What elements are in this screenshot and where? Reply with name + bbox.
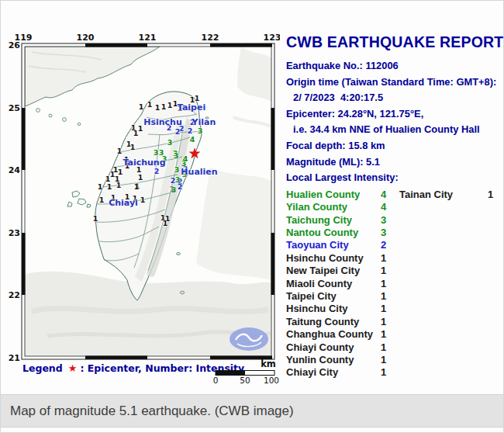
intensity-row: Miaoli County1 <box>286 278 502 290</box>
legend-label: Legend <box>22 362 63 374</box>
intensity-row: Nantou County3 <box>286 227 502 239</box>
intensity-region-name-2 <box>399 201 488 213</box>
map-terrain <box>25 47 271 356</box>
axis-tick-left: 26 <box>9 40 21 50</box>
intensity-region-name-2 <box>399 265 488 277</box>
axis-tick-left: 21 <box>9 353 20 363</box>
intensity-number: 1 <box>138 124 143 133</box>
intensity-region-name: Hsinchu City <box>286 303 381 315</box>
intensity-number: 3 <box>154 148 159 157</box>
axis-tick-left: 24 <box>9 165 21 175</box>
report-info-line: Origin time (Taiwan Standard Time: GMT+8… <box>286 74 502 91</box>
intensity-region-name: Chiayi County <box>286 341 381 354</box>
intensity-number: 1 <box>195 94 200 102</box>
intensity-row: Yilan County4 <box>286 201 502 213</box>
intensity-region-name-2 <box>399 366 488 379</box>
intensity-number: 1 <box>134 182 140 191</box>
axis-tick-left: 25 <box>9 103 20 113</box>
report-info-line: 2/ 7/2023 4:20:17.5 <box>286 90 502 106</box>
report-info-line: Focal depth: 15.8 km <box>286 138 502 154</box>
intensity-value-2 <box>488 316 502 328</box>
intensity-region-name: Changhua County <box>286 328 381 341</box>
intensity-region-name-2 <box>399 354 488 366</box>
intensity-region-name: Taipei City <box>286 290 381 303</box>
intensity-region-name-2 <box>399 278 488 290</box>
intensity-number: 3 <box>174 151 179 160</box>
intensity-number: 1 <box>138 173 143 182</box>
intensity-value-2 <box>488 239 502 251</box>
intensity-region-name: New Taipei City <box>286 265 381 277</box>
intensity-number: 1 <box>155 103 161 112</box>
intensity-value-2 <box>488 328 502 341</box>
report-info-line: Epicenter: 24.28°N, 121.75°E, <box>286 106 502 123</box>
intensity-region-name: Hualien County <box>286 189 381 201</box>
city-label: Yilan <box>192 117 216 127</box>
intensity-number: 4 <box>190 135 195 144</box>
intensity-region-name: Chiayi City <box>286 366 381 379</box>
intensity-number: 1 <box>139 102 144 111</box>
intensity-number: 1 <box>133 129 139 137</box>
intensity-number: 1 <box>130 143 136 151</box>
scale-unit: km <box>261 359 276 369</box>
intensity-value-2 <box>488 201 502 213</box>
intensity-number: 1 <box>116 181 122 189</box>
city-label: Chiayi <box>109 198 138 208</box>
intensity-row: Yunlin County1 <box>286 354 502 366</box>
intensity-number: 3 <box>174 165 180 174</box>
intensity-number: 2 <box>154 167 160 175</box>
intensity-number: 1 <box>147 100 153 109</box>
intensity-region-name: Hsinchu County <box>286 252 381 265</box>
axis-tick-top: 120 <box>77 33 95 43</box>
axis-tick-top: 122 <box>202 33 219 43</box>
city-label: Taipei <box>178 102 205 113</box>
intensity-number: 1 <box>93 214 98 223</box>
legend-line: Legend★: Epicenter, Number: Intensity <box>22 362 244 374</box>
intensity-value-2 <box>488 214 502 227</box>
intensity-row: Hsinchu County1 <box>286 252 502 265</box>
cwb-logo-icon <box>230 327 268 351</box>
intensity-number: 1 <box>99 196 105 204</box>
intensity-row: Hualien County4Tainan City1 <box>286 189 502 201</box>
report-info-line: Earthquake No.: 112006 <box>286 58 502 74</box>
report-title: CWB EARTHQUAKE REPORT <box>286 33 502 51</box>
intensity-value: 4 <box>381 201 399 213</box>
axis-tick-left: 22 <box>9 290 20 300</box>
scale-50: 50 <box>240 376 250 385</box>
intensity-region-name: Miaoli County <box>286 278 381 290</box>
intensity-value: 1 <box>381 290 399 303</box>
intensity-value-2: 1 <box>488 189 502 201</box>
intensity-number: 1 <box>163 219 168 227</box>
axis-tick-top: 121 <box>139 33 157 43</box>
intensity-number: 3 <box>167 138 173 147</box>
intensity-region-name: Nantou County <box>286 227 381 239</box>
scale-100: 100 <box>264 376 279 385</box>
intensity-row: Taichung City3 <box>286 214 502 227</box>
intensity-number: 1 <box>98 182 103 191</box>
intensity-row: Chiayi City1 <box>286 366 502 379</box>
intensity-region-name-2 <box>399 303 488 315</box>
intensity-number: 3 <box>198 126 203 135</box>
taiwan-intensity-map: 1111111111111111111111111111111111111112… <box>1 1 280 389</box>
intensity-row: Taoyuan City2 <box>286 239 502 251</box>
intensity-row: Changhua County1 <box>286 328 502 341</box>
report-info-line: i.e. 34.4 km NNE of Hualien County Hall <box>286 122 502 138</box>
intensity-value: 3 <box>381 227 399 239</box>
intensity-value-2 <box>488 290 502 303</box>
page-container: 1111111111111111111111111111111111111112… <box>0 0 504 433</box>
intensity-region-name-2 <box>399 239 488 251</box>
intensity-value: 1 <box>381 341 399 354</box>
intensity-region-name: Yunlin County <box>286 354 381 366</box>
intensity-region-name-2 <box>399 341 488 354</box>
intensity-value: 1 <box>381 316 399 328</box>
intensity-value: 1 <box>381 366 399 379</box>
intensity-value-2 <box>488 354 502 366</box>
intensity-region-name: Taichung City <box>286 214 381 227</box>
intensity-table: Hualien County4Tainan City1Yilan County4… <box>286 189 502 379</box>
intensity-value-2 <box>488 303 502 315</box>
caption-bar: Map of magnitude 5.1 earthquake. (CWB im… <box>1 394 503 428</box>
intensity-region-name-2 <box>399 227 488 239</box>
axis-tick-top: 123 <box>264 33 280 43</box>
intensity-number: 1 <box>167 101 173 109</box>
scale-0: 0 <box>213 376 219 385</box>
intensity-value: 1 <box>381 278 399 290</box>
